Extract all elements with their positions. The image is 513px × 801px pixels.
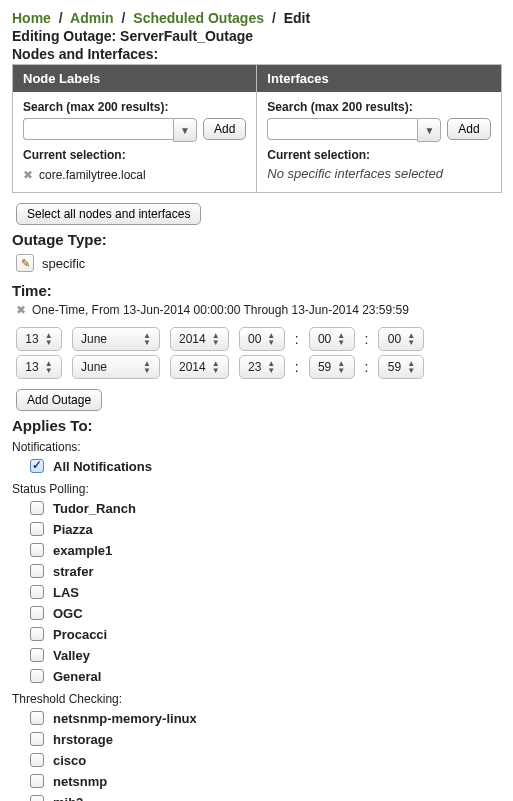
time-title: Time: [12,282,501,299]
col-header-interfaces: Interfaces [257,65,500,92]
crumb-sep: / [272,10,276,26]
all-notifications-row[interactable]: All Notifications [26,456,501,476]
threshold-item-checkbox[interactable] [30,774,44,788]
status-polling-item-row[interactable]: Valley [26,645,501,665]
time-colon: : [295,359,299,375]
status-polling-item-row[interactable]: Procacci [26,624,501,644]
stepper-icon: ▲▼ [45,332,53,346]
from-hour-select[interactable]: 00▲▼ [239,327,285,351]
status-polling-item-checkbox[interactable] [30,543,44,557]
status-polling-item-row[interactable]: strafer [26,561,501,581]
status-polling-item-text: example1 [53,543,112,558]
time-from-row: 13▲▼ June▲▼ 2014▲▼ 00▲▼ : 00▲▼ : 00▲▼ [16,327,501,351]
to-day-select[interactable]: 13▲▼ [16,355,62,379]
threshold-item-row[interactable]: cisco [26,750,501,770]
nodes-selection-item-label: core.familytree.local [39,168,146,182]
status-polling-item-text: Valley [53,648,90,663]
status-polling-item-checkbox[interactable] [30,501,44,515]
outage-type-title: Outage Type: [12,231,501,248]
nodes-search-input[interactable] [23,118,173,140]
remove-icon[interactable]: ✖ [23,168,33,182]
to-year-select[interactable]: 2014▲▼ [170,355,229,379]
time-summary: One-Time, From 13-Jun-2014 00:00:00 Thro… [32,303,409,317]
status-polling-item-checkbox[interactable] [30,627,44,641]
editing-title: Editing Outage: ServerFault_Outage [12,28,501,44]
threshold-item-checkbox[interactable] [30,753,44,767]
select-all-button[interactable]: Select all nodes and interfaces [16,203,201,225]
time-colon: : [295,331,299,347]
nodes-interfaces-title: Nodes and Interfaces: [12,46,501,62]
status-polling-item-checkbox[interactable] [30,648,44,662]
threshold-checking-label: Threshold Checking: [12,692,501,706]
time-to-row: 13▲▼ June▲▼ 2014▲▼ 23▲▼ : 59▲▼ : 59▲▼ [16,355,501,379]
interfaces-search-combo[interactable]: ▼ [267,118,441,140]
threshold-item-checkbox[interactable] [30,711,44,725]
from-month-select[interactable]: June▲▼ [72,327,160,351]
status-polling-item-checkbox[interactable] [30,606,44,620]
applies-to-title: Applies To: [12,417,501,434]
time-colon: : [365,359,369,375]
to-min-select[interactable]: 59▲▼ [309,355,355,379]
col-header-nodes: Node Labels [13,65,257,92]
nodes-search-combo[interactable]: ▼ [23,118,197,140]
nodes-search-dropdown-icon[interactable]: ▼ [173,118,197,142]
threshold-item-row[interactable]: netsnmp [26,771,501,791]
status-polling-item-text: Tudor_Ranch [53,501,136,516]
threshold-item-text: netsnmp-memory-linux [53,711,197,726]
status-polling-item-checkbox[interactable] [30,585,44,599]
stepper-icon: ▲▼ [267,332,275,346]
threshold-item-row[interactable]: hrstorage [26,729,501,749]
to-month-select[interactable]: June▲▼ [72,355,160,379]
status-polling-item-row[interactable]: Tudor_Ranch [26,498,501,518]
crumb-sep: / [122,10,126,26]
from-sec-select[interactable]: 00▲▼ [378,327,424,351]
interfaces-search-input[interactable] [267,118,417,140]
interfaces-search-dropdown-icon[interactable]: ▼ [417,118,441,142]
all-notifications-text: All Notifications [53,459,152,474]
status-polling-item-checkbox[interactable] [30,669,44,683]
crumb-scheduled-outages[interactable]: Scheduled Outages [133,10,264,26]
crumb-admin[interactable]: Admin [70,10,114,26]
status-polling-item-row[interactable]: example1 [26,540,501,560]
edit-icon[interactable]: ✎ [16,254,34,272]
status-polling-item-row[interactable]: OGC [26,603,501,623]
threshold-item-row[interactable]: netsnmp-memory-linux [26,708,501,728]
crumb-sep: / [59,10,63,26]
interfaces-search-label: Search (max 200 results): [267,100,490,114]
notifications-label: Notifications: [12,440,501,454]
nodes-add-button[interactable]: Add [203,118,246,140]
stepper-icon: ▲▼ [337,360,345,374]
status-polling-item-checkbox[interactable] [30,564,44,578]
outage-type-value: specific [42,256,85,271]
all-notifications-checkbox[interactable] [30,459,44,473]
status-polling-item-text: OGC [53,606,83,621]
remove-time-icon[interactable]: ✖ [16,303,26,317]
threshold-item-checkbox[interactable] [30,732,44,746]
to-sec-select[interactable]: 59▲▼ [378,355,424,379]
breadcrumb: Home / Admin / Scheduled Outages / Edit [12,10,501,26]
threshold-item-text: netsnmp [53,774,107,789]
status-polling-item-row[interactable]: Piazza [26,519,501,539]
threshold-item-text: cisco [53,753,86,768]
stepper-icon: ▲▼ [212,360,220,374]
status-polling-item-row[interactable]: LAS [26,582,501,602]
stepper-icon: ▲▼ [143,360,151,374]
threshold-item-row[interactable]: mib2 [26,792,501,801]
add-outage-button[interactable]: Add Outage [16,389,102,411]
nodes-search-label: Search (max 200 results): [23,100,246,114]
from-year-select[interactable]: 2014▲▼ [170,327,229,351]
to-hour-select[interactable]: 23▲▼ [239,355,285,379]
status-polling-item-text: Piazza [53,522,93,537]
threshold-item-checkbox[interactable] [30,795,44,801]
interfaces-add-button[interactable]: Add [447,118,490,140]
stepper-icon: ▲▼ [407,332,415,346]
crumb-home[interactable]: Home [12,10,51,26]
from-day-select[interactable]: 13▲▼ [16,327,62,351]
status-polling-item-text: Procacci [53,627,107,642]
stepper-icon: ▲▼ [45,360,53,374]
status-polling-item-checkbox[interactable] [30,522,44,536]
status-polling-label: Status Polling: [12,482,501,496]
nodes-selection-list: ✖ core.familytree.local [23,166,246,184]
status-polling-item-row[interactable]: General [26,666,501,686]
from-min-select[interactable]: 00▲▼ [309,327,355,351]
